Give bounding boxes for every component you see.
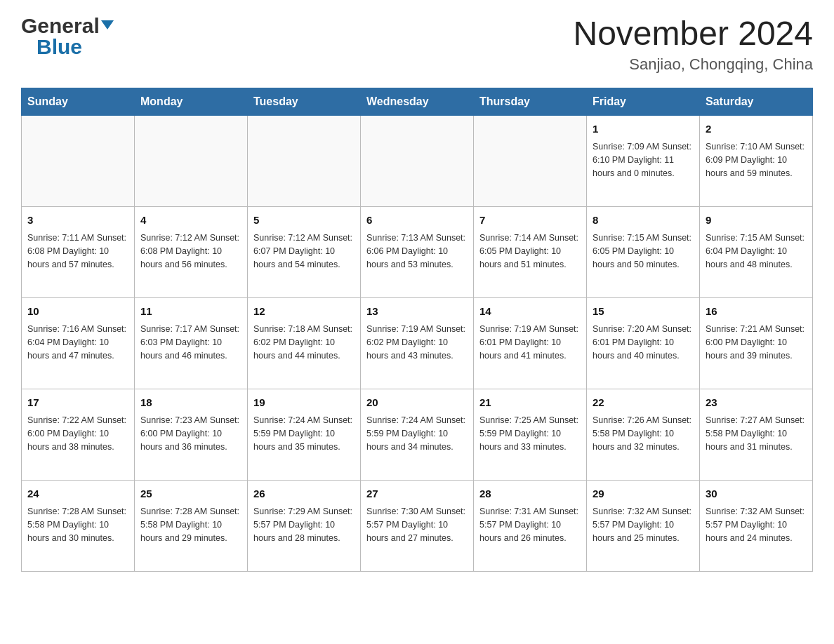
week-row-4: 17Sunrise: 7:22 AM Sunset: 6:00 PM Dayli…	[22, 389, 813, 481]
day-number: 7	[479, 213, 581, 229]
day-info: Sunrise: 7:22 AM Sunset: 6:00 PM Dayligh…	[27, 414, 128, 455]
calendar-cell: 22Sunrise: 7:26 AM Sunset: 5:58 PM Dayli…	[587, 389, 700, 481]
day-info: Sunrise: 7:32 AM Sunset: 5:57 PM Dayligh…	[593, 505, 694, 546]
day-number: 4	[140, 213, 241, 229]
day-info: Sunrise: 7:29 AM Sunset: 5:57 PM Dayligh…	[253, 505, 355, 546]
day-info: Sunrise: 7:18 AM Sunset: 6:02 PM Dayligh…	[253, 323, 355, 363]
day-info: Sunrise: 7:32 AM Sunset: 5:57 PM Dayligh…	[706, 505, 807, 546]
calendar-cell	[248, 116, 361, 207]
week-row-5: 24Sunrise: 7:28 AM Sunset: 5:58 PM Dayli…	[22, 481, 813, 572]
week-row-1: 1Sunrise: 7:09 AM Sunset: 6:10 PM Daylig…	[22, 116, 813, 207]
page-header: General Blue November 2024 Sanjiao, Chon…	[21, 14, 813, 74]
day-info: Sunrise: 7:24 AM Sunset: 5:59 PM Dayligh…	[253, 414, 355, 455]
calendar-cell: 13Sunrise: 7:19 AM Sunset: 6:02 PM Dayli…	[361, 298, 474, 389]
day-number: 10	[27, 304, 128, 320]
day-info: Sunrise: 7:28 AM Sunset: 5:58 PM Dayligh…	[140, 505, 241, 546]
col-saturday: Saturday	[700, 88, 813, 116]
title-section: November 2024 Sanjiao, Chongqing, China	[573, 14, 813, 74]
calendar-cell: 30Sunrise: 7:32 AM Sunset: 5:57 PM Dayli…	[700, 481, 813, 572]
day-number: 22	[593, 395, 694, 411]
col-sunday: Sunday	[22, 88, 135, 116]
logo-blue-text: Blue	[37, 35, 82, 59]
day-number: 14	[479, 304, 581, 320]
day-number: 11	[140, 304, 241, 320]
calendar-cell: 19Sunrise: 7:24 AM Sunset: 5:59 PM Dayli…	[248, 389, 361, 481]
day-number: 3	[27, 213, 128, 229]
calendar-cell: 28Sunrise: 7:31 AM Sunset: 5:57 PM Dayli…	[474, 481, 587, 572]
week-row-3: 10Sunrise: 7:16 AM Sunset: 6:04 PM Dayli…	[22, 298, 813, 389]
calendar-title: November 2024	[573, 14, 813, 53]
col-friday: Friday	[587, 88, 700, 116]
day-info: Sunrise: 7:23 AM Sunset: 6:00 PM Dayligh…	[140, 414, 241, 455]
calendar-table: Sunday Monday Tuesday Wednesday Thursday…	[21, 88, 813, 572]
week-row-2: 3Sunrise: 7:11 AM Sunset: 6:08 PM Daylig…	[22, 207, 813, 298]
day-number: 25	[140, 486, 241, 502]
day-info: Sunrise: 7:10 AM Sunset: 6:09 PM Dayligh…	[706, 140, 807, 181]
day-info: Sunrise: 7:21 AM Sunset: 6:00 PM Dayligh…	[706, 323, 807, 363]
calendar-cell: 25Sunrise: 7:28 AM Sunset: 5:58 PM Dayli…	[135, 481, 248, 572]
calendar-cell: 14Sunrise: 7:19 AM Sunset: 6:01 PM Dayli…	[474, 298, 587, 389]
day-number: 8	[593, 213, 694, 229]
day-number: 23	[706, 395, 807, 411]
day-number: 20	[366, 395, 468, 411]
day-number: 13	[366, 304, 468, 320]
day-info: Sunrise: 7:17 AM Sunset: 6:03 PM Dayligh…	[140, 323, 241, 363]
logo-general-text: General	[21, 14, 100, 38]
calendar-cell: 7Sunrise: 7:14 AM Sunset: 6:05 PM Daylig…	[474, 207, 587, 298]
calendar-cell: 20Sunrise: 7:24 AM Sunset: 5:59 PM Dayli…	[361, 389, 474, 481]
day-info: Sunrise: 7:26 AM Sunset: 5:58 PM Dayligh…	[593, 414, 694, 455]
day-info: Sunrise: 7:11 AM Sunset: 6:08 PM Dayligh…	[27, 232, 128, 272]
day-info: Sunrise: 7:25 AM Sunset: 5:59 PM Dayligh…	[479, 414, 581, 455]
day-number: 16	[706, 304, 807, 320]
day-info: Sunrise: 7:19 AM Sunset: 6:02 PM Dayligh…	[366, 323, 468, 363]
day-info: Sunrise: 7:24 AM Sunset: 5:59 PM Dayligh…	[366, 414, 468, 455]
day-info: Sunrise: 7:27 AM Sunset: 5:58 PM Dayligh…	[706, 414, 807, 455]
day-number: 17	[27, 395, 128, 411]
col-wednesday: Wednesday	[361, 88, 474, 116]
day-number: 2	[706, 121, 807, 137]
calendar-cell: 29Sunrise: 7:32 AM Sunset: 5:57 PM Dayli…	[587, 481, 700, 572]
day-info: Sunrise: 7:09 AM Sunset: 6:10 PM Dayligh…	[593, 140, 694, 181]
day-number: 15	[593, 304, 694, 320]
day-info: Sunrise: 7:14 AM Sunset: 6:05 PM Dayligh…	[479, 232, 581, 272]
calendar-cell: 26Sunrise: 7:29 AM Sunset: 5:57 PM Dayli…	[248, 481, 361, 572]
day-info: Sunrise: 7:12 AM Sunset: 6:07 PM Dayligh…	[253, 232, 355, 272]
day-info: Sunrise: 7:15 AM Sunset: 6:04 PM Dayligh…	[706, 232, 807, 272]
calendar-cell: 4Sunrise: 7:12 AM Sunset: 6:08 PM Daylig…	[135, 207, 248, 298]
day-number: 12	[253, 304, 355, 320]
calendar-cell: 10Sunrise: 7:16 AM Sunset: 6:04 PM Dayli…	[22, 298, 135, 389]
calendar-body: 1Sunrise: 7:09 AM Sunset: 6:10 PM Daylig…	[22, 116, 813, 572]
day-info: Sunrise: 7:30 AM Sunset: 5:57 PM Dayligh…	[366, 505, 468, 546]
day-number: 28	[479, 486, 581, 502]
day-number: 5	[253, 213, 355, 229]
day-info: Sunrise: 7:12 AM Sunset: 6:08 PM Dayligh…	[140, 232, 241, 272]
calendar-header-row: Sunday Monday Tuesday Wednesday Thursday…	[22, 88, 813, 116]
day-info: Sunrise: 7:16 AM Sunset: 6:04 PM Dayligh…	[27, 323, 128, 363]
calendar-cell: 3Sunrise: 7:11 AM Sunset: 6:08 PM Daylig…	[22, 207, 135, 298]
day-info: Sunrise: 7:19 AM Sunset: 6:01 PM Dayligh…	[479, 323, 581, 363]
calendar-cell: 1Sunrise: 7:09 AM Sunset: 6:10 PM Daylig…	[587, 116, 700, 207]
calendar-cell: 6Sunrise: 7:13 AM Sunset: 6:06 PM Daylig…	[361, 207, 474, 298]
logo-arrow-icon	[101, 20, 114, 32]
day-info: Sunrise: 7:15 AM Sunset: 6:05 PM Dayligh…	[593, 232, 694, 272]
day-number: 26	[253, 486, 355, 502]
col-tuesday: Tuesday	[248, 88, 361, 116]
calendar-cell	[135, 116, 248, 207]
day-info: Sunrise: 7:13 AM Sunset: 6:06 PM Dayligh…	[366, 232, 468, 272]
calendar-cell: 23Sunrise: 7:27 AM Sunset: 5:58 PM Dayli…	[700, 389, 813, 481]
day-number: 29	[593, 486, 694, 502]
day-number: 18	[140, 395, 241, 411]
day-number: 6	[366, 213, 468, 229]
calendar-cell: 24Sunrise: 7:28 AM Sunset: 5:58 PM Dayli…	[22, 481, 135, 572]
calendar-cell: 11Sunrise: 7:17 AM Sunset: 6:03 PM Dayli…	[135, 298, 248, 389]
calendar-cell: 16Sunrise: 7:21 AM Sunset: 6:00 PM Dayli…	[700, 298, 813, 389]
calendar-cell	[474, 116, 587, 207]
calendar-cell: 15Sunrise: 7:20 AM Sunset: 6:01 PM Dayli…	[587, 298, 700, 389]
day-number: 27	[366, 486, 468, 502]
calendar-cell: 18Sunrise: 7:23 AM Sunset: 6:00 PM Dayli…	[135, 389, 248, 481]
calendar-cell: 8Sunrise: 7:15 AM Sunset: 6:05 PM Daylig…	[587, 207, 700, 298]
col-monday: Monday	[135, 88, 248, 116]
calendar-cell	[361, 116, 474, 207]
day-info: Sunrise: 7:20 AM Sunset: 6:01 PM Dayligh…	[593, 323, 694, 363]
calendar-cell: 2Sunrise: 7:10 AM Sunset: 6:09 PM Daylig…	[700, 116, 813, 207]
